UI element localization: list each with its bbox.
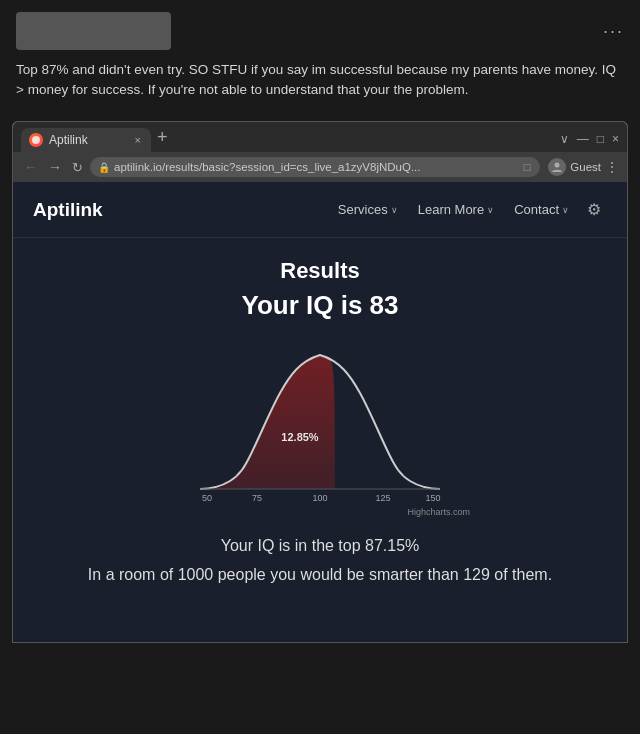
settings-gear-icon[interactable]: ⚙: [581, 196, 607, 223]
more-options-icon[interactable]: ···: [603, 21, 624, 42]
nav-items: Services ∨ Learn More ∨ Contact ∨ ⚙: [330, 196, 607, 223]
guest-area: Guest: [548, 158, 601, 176]
results-room-text: In a room of 1000 people you would be sm…: [33, 563, 607, 587]
nav-contact[interactable]: Contact ∨: [506, 198, 577, 221]
svg-point-0: [32, 136, 40, 144]
results-section: Results Your IQ is 83: [13, 238, 627, 617]
window-minimize-icon[interactable]: ∨: [560, 132, 569, 146]
contact-chevron-icon: ∨: [562, 205, 569, 215]
chart-credit: Highcharts.com: [170, 507, 470, 517]
tab-label: Aptilink: [49, 133, 129, 147]
svg-text:125: 125: [375, 493, 390, 501]
tab-close-icon[interactable]: ×: [135, 134, 141, 146]
results-title: Results: [33, 258, 607, 284]
guest-label: Guest: [570, 161, 601, 173]
services-chevron-icon: ∨: [391, 205, 398, 215]
website-content: Aptilink Services ∨ Learn More ∨ Contact…: [13, 182, 627, 642]
svg-text:12.85%: 12.85%: [281, 431, 319, 443]
back-button[interactable]: ←: [21, 157, 41, 177]
browser-menu-icon[interactable]: ⋮: [605, 159, 619, 175]
browser-chrome: Aptilink × + ∨ — □ × ← → ↻ 🔒 aptilink.io…: [13, 122, 627, 182]
iq-headline: Your IQ is 83: [33, 290, 607, 321]
post-header: ···: [16, 12, 624, 50]
social-post: ··· Top 87% and didn't even try. SO STFU…: [0, 0, 640, 121]
post-text: Top 87% and didn't even try. SO STFU if …: [16, 60, 624, 99]
bookmark-icon[interactable]: □: [524, 161, 531, 173]
browser-window: Aptilink × + ∨ — □ × ← → ↻ 🔒 aptilink.io…: [12, 121, 628, 643]
guest-avatar-icon: [548, 158, 566, 176]
address-bar-row: ← → ↻ 🔒 aptilink.io/results/basic?sessio…: [13, 152, 627, 182]
refresh-button[interactable]: ↻: [69, 158, 86, 177]
new-tab-button[interactable]: +: [153, 128, 174, 152]
tab-bar: Aptilink × + ∨ — □ ×: [13, 122, 627, 152]
results-top-percent: Your IQ is in the top 87.15%: [33, 537, 607, 555]
window-restore-icon[interactable]: □: [597, 132, 604, 146]
window-minimize-icon2[interactable]: —: [577, 132, 589, 146]
nav-contact-label: Contact: [514, 202, 559, 217]
svg-text:50: 50: [202, 493, 212, 501]
window-controls: ∨ — □ ×: [560, 132, 619, 152]
window-close-icon[interactable]: ×: [612, 132, 619, 146]
nav-services[interactable]: Services ∨: [330, 198, 406, 221]
svg-point-1: [555, 163, 560, 168]
nav-services-label: Services: [338, 202, 388, 217]
svg-text:75: 75: [252, 493, 262, 501]
nav-learn-more[interactable]: Learn More ∨: [410, 198, 502, 221]
nav-learn-more-label: Learn More: [418, 202, 484, 217]
browser-tab[interactable]: Aptilink ×: [21, 128, 151, 152]
chart-svg: 50 75 100 125 150 12.85%: [170, 341, 470, 501]
site-logo: Aptilink: [33, 199, 103, 221]
bell-curve-chart: 50 75 100 125 150 12.85% Highcharts.com: [170, 341, 470, 517]
tab-favicon: [29, 133, 43, 147]
site-navigation: Aptilink Services ∨ Learn More ∨ Contact…: [13, 182, 627, 238]
forward-button[interactable]: →: [45, 157, 65, 177]
url-text: aptilink.io/results/basic?session_id=cs_…: [114, 161, 520, 173]
address-bar[interactable]: 🔒 aptilink.io/results/basic?session_id=c…: [90, 157, 540, 177]
security-lock-icon: 🔒: [98, 162, 110, 173]
svg-text:150: 150: [425, 493, 440, 501]
svg-text:100: 100: [312, 493, 327, 501]
learn-more-chevron-icon: ∨: [487, 205, 494, 215]
avatar: [16, 12, 171, 50]
